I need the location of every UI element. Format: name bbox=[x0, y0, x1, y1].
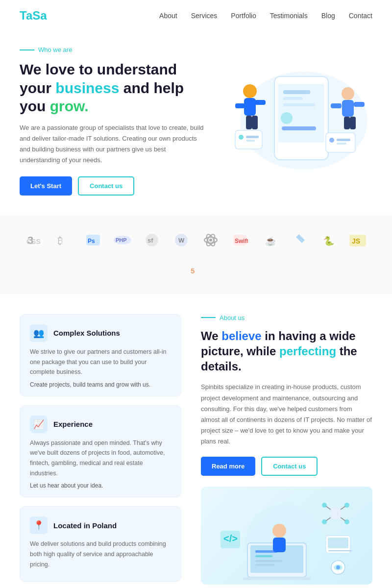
svg-rect-5 bbox=[283, 103, 315, 106]
svg-rect-57 bbox=[255, 555, 272, 557]
svg-rect-59 bbox=[255, 564, 275, 566]
svg-rect-13 bbox=[252, 116, 258, 129]
svg-line-67 bbox=[326, 517, 331, 521]
about-illustration: </> bbox=[201, 487, 372, 585]
svg-rect-19 bbox=[350, 117, 356, 129]
tech-logo-html5: 5 bbox=[186, 259, 206, 280]
hero-illustration bbox=[206, 57, 372, 184]
svg-line-68 bbox=[341, 517, 345, 521]
feature-desc-2: We deliver solutions and build products … bbox=[30, 539, 171, 569]
svg-point-8 bbox=[243, 84, 257, 98]
about-line-decoration bbox=[201, 317, 216, 318]
contact-us-button-hero[interactable]: Contact us bbox=[78, 176, 134, 196]
feature-card-0: 👥 Complex Solutions We strive to give ou… bbox=[20, 314, 181, 396]
feature-header-2: 📍 Located in Poland bbox=[30, 516, 171, 534]
feature-cta-1: Let us hear about your idea. bbox=[30, 482, 171, 489]
nav-link-contact[interactable]: Contact bbox=[349, 12, 372, 20]
contact-us-button-about[interactable]: Contact us bbox=[261, 457, 318, 476]
nav-link-portfolio[interactable]: Portfolio bbox=[231, 12, 256, 20]
svg-rect-27 bbox=[337, 143, 346, 145]
nav-link-testimonials[interactable]: Testimonials bbox=[270, 12, 308, 20]
svg-rect-23 bbox=[246, 140, 255, 142]
svg-text:W: W bbox=[178, 237, 185, 244]
svg-text:🐍: 🐍 bbox=[323, 236, 335, 246]
svg-rect-18 bbox=[344, 117, 350, 129]
tech-logo-js: JS bbox=[347, 230, 368, 250]
hero-left: Who we are We love to understand your bu… bbox=[20, 46, 206, 196]
svg-text:PHP: PHP bbox=[116, 237, 127, 243]
main-nav: AboutServicesPortfolioTestimonialsBlogCo… bbox=[159, 12, 372, 20]
tech-logos-section: 3CSS ₿ Ps PHP sf W Swift ☕ 🐍 JS 5 bbox=[0, 215, 392, 294]
tech-logo-wordpress: W bbox=[171, 230, 192, 250]
features-about-section: 👥 Complex Solutions We strive to give ou… bbox=[0, 294, 392, 588]
hero-description: We are a passionate group of specialists… bbox=[20, 122, 206, 166]
feature-icon-1: 📈 bbox=[30, 416, 48, 433]
svg-text:Ps: Ps bbox=[88, 238, 95, 245]
features-column: 👥 Complex Solutions We strive to give ou… bbox=[20, 314, 196, 588]
feature-desc-1: Always passionate and open minded. That'… bbox=[30, 438, 171, 479]
nav-link-about[interactable]: About bbox=[159, 12, 177, 20]
hero-section: Who we are We love to understand your bu… bbox=[0, 31, 392, 215]
svg-text:sf: sf bbox=[147, 237, 153, 244]
tech-logo-ps: Ps bbox=[83, 230, 103, 250]
svg-rect-55 bbox=[243, 577, 311, 580]
svg-text:Swift: Swift bbox=[235, 238, 248, 245]
feature-title-2: Located in Poland bbox=[53, 521, 117, 530]
svg-point-6 bbox=[281, 112, 293, 124]
feature-card-1: 📈 Experience Always passionate and open … bbox=[20, 405, 181, 498]
svg-text:CSS: CSS bbox=[26, 238, 41, 245]
tech-logo-react bbox=[200, 230, 221, 250]
svg-rect-4 bbox=[283, 97, 303, 100]
svg-marker-46 bbox=[296, 234, 305, 243]
lets-start-button[interactable]: Let's Start bbox=[20, 176, 72, 196]
svg-rect-10 bbox=[235, 103, 245, 108]
svg-point-14 bbox=[342, 87, 354, 100]
header: TaSa AboutServicesPortfolioTestimonialsB… bbox=[0, 0, 392, 31]
svg-rect-75 bbox=[328, 550, 352, 551]
svg-text:☕: ☕ bbox=[265, 236, 276, 246]
svg-point-42 bbox=[209, 239, 212, 242]
svg-rect-74 bbox=[328, 538, 348, 548]
svg-rect-11 bbox=[255, 100, 266, 105]
who-line-decoration bbox=[20, 49, 34, 50]
read-more-button[interactable]: Read more bbox=[201, 457, 255, 476]
svg-point-60 bbox=[272, 524, 286, 538]
feature-icon-0: 👥 bbox=[30, 324, 48, 342]
nav-link-blog[interactable]: Blog bbox=[321, 12, 335, 20]
svg-text:</>: </> bbox=[223, 533, 238, 544]
svg-point-78 bbox=[336, 565, 340, 569]
tech-logo-swift: Swift bbox=[230, 230, 250, 250]
svg-rect-58 bbox=[255, 560, 282, 562]
tech-logo-python: 🐍 bbox=[318, 230, 339, 250]
svg-point-64 bbox=[330, 508, 342, 519]
svg-rect-16 bbox=[354, 102, 365, 107]
feature-header-0: 👥 Complex Solutions bbox=[30, 324, 171, 342]
feature-title-0: Complex Solutions bbox=[53, 329, 120, 337]
feature-card-2: 📍 Located in Poland We deliver solutions… bbox=[20, 506, 181, 582]
svg-rect-22 bbox=[246, 136, 259, 138]
svg-rect-3 bbox=[283, 90, 310, 94]
svg-rect-61 bbox=[273, 538, 286, 552]
tech-logo-symfony: sf bbox=[142, 230, 162, 250]
svg-point-21 bbox=[239, 135, 244, 140]
svg-point-70 bbox=[344, 503, 349, 508]
hero-title: We love to understand your business and … bbox=[20, 60, 206, 116]
nav-link-services[interactable]: Services bbox=[191, 12, 218, 20]
about-title: We believe in having a wide picture, whi… bbox=[201, 328, 372, 374]
logo: TaSa bbox=[20, 9, 47, 23]
who-we-are-label: Who we are bbox=[20, 46, 206, 53]
svg-point-72 bbox=[344, 519, 349, 524]
svg-point-69 bbox=[322, 503, 327, 508]
tech-logo-java: ☕ bbox=[259, 230, 280, 250]
feature-icon-2: 📍 bbox=[30, 516, 48, 534]
svg-point-25 bbox=[329, 138, 334, 143]
svg-text:5: 5 bbox=[191, 267, 195, 275]
about-label: About us bbox=[201, 314, 372, 321]
svg-rect-26 bbox=[337, 139, 350, 141]
svg-point-71 bbox=[322, 519, 327, 524]
svg-line-66 bbox=[341, 506, 345, 510]
feature-header-1: 📈 Experience bbox=[30, 416, 171, 433]
svg-rect-12 bbox=[246, 116, 252, 129]
tech-logo-css3: 3CSS bbox=[24, 230, 45, 250]
svg-text:JS: JS bbox=[352, 237, 360, 245]
